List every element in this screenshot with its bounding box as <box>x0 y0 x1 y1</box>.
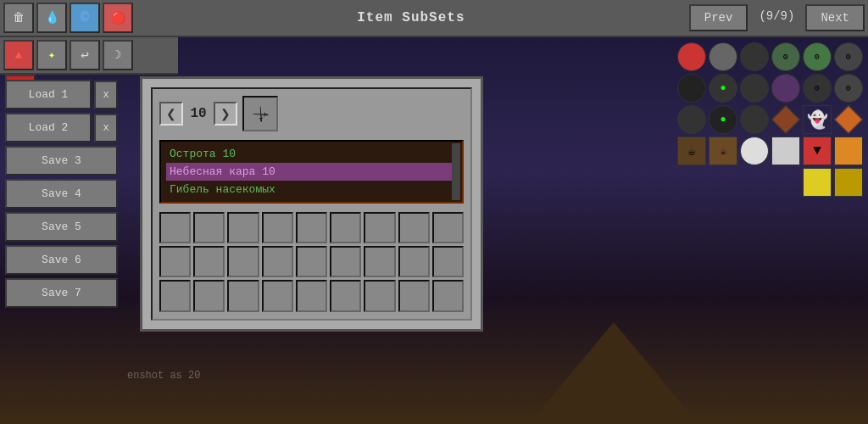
enchant-item-1[interactable]: Острота 10 <box>166 145 457 163</box>
grid-slot[interactable] <box>262 246 293 277</box>
grid-slot[interactable] <box>330 246 361 277</box>
item-slot[interactable]: ● <box>709 105 737 134</box>
grid-slot[interactable] <box>159 212 191 243</box>
grid-slot[interactable] <box>227 212 259 243</box>
item-slot[interactable]: ☕ <box>709 137 737 165</box>
load1-row: Load 1 x <box>5 80 118 109</box>
star-icon-btn[interactable] <box>36 40 67 70</box>
brown-diamond-slot[interactable] <box>771 105 800 134</box>
grid-slot[interactable] <box>262 212 293 243</box>
item-slot[interactable]: ⚙ <box>771 42 800 71</box>
right-item-panel: ⚙ ⚙ ⚙ ● ⚙ ⚙ ● 👻 ☕ ☕ ▼ <box>605 37 868 204</box>
grid-slot[interactable] <box>296 280 327 311</box>
grid-slot[interactable] <box>398 246 430 277</box>
top-toolbar: 🔴 Item SubSets Prev (9/9) Next <box>0 0 868 37</box>
save6-row: Save 6 <box>5 245 118 275</box>
grid-slot[interactable] <box>364 280 395 311</box>
item-slot[interactable] <box>677 105 706 134</box>
grid-slot[interactable] <box>364 212 395 243</box>
trash-icon-btn[interactable] <box>3 3 34 33</box>
item-slot[interactable] <box>709 42 737 71</box>
grid-slot[interactable] <box>398 280 430 311</box>
load1-x-button[interactable]: x <box>94 81 118 109</box>
item-row-5 <box>610 168 863 197</box>
item-slot[interactable]: ⚙ <box>803 42 832 71</box>
item-slot[interactable] <box>740 105 769 134</box>
dialog-title: Item SubSets <box>136 10 687 25</box>
load2-x-button[interactable]: x <box>94 114 118 142</box>
save3-button[interactable]: Save 3 <box>5 146 118 176</box>
save7-button[interactable]: Save 7 <box>5 278 118 308</box>
main-dialog: ❮ 10 ❯ ⚔ Острота 10 Небесная кара 10 Гиб… <box>140 76 483 332</box>
item-slot[interactable] <box>677 74 706 103</box>
item-grid <box>159 212 464 312</box>
enchantments-list[interactable]: Острота 10 Небесная кара 10 Гибель насек… <box>159 140 464 204</box>
save7-row: Save 7 <box>5 278 118 308</box>
white-slot[interactable] <box>771 137 800 165</box>
grid-slot[interactable] <box>432 212 464 243</box>
yellow-sq-slot-2[interactable] <box>834 168 863 197</box>
orange-diamond-slot[interactable] <box>834 105 863 134</box>
yellow-sq-slot-1[interactable] <box>803 168 832 197</box>
enchant-item-3[interactable]: Гибель насекомых <box>166 181 457 198</box>
drop-icon <box>45 10 59 25</box>
grid-slot[interactable] <box>364 246 395 277</box>
arrow-left-button[interactable]: ❮ <box>159 102 183 126</box>
copy-icon-btn[interactable] <box>70 3 100 33</box>
grid-slot[interactable] <box>193 246 225 277</box>
save6-button[interactable]: Save 6 <box>5 245 118 275</box>
flag-icon-btn[interactable] <box>3 40 34 70</box>
item-slot[interactable]: ☕ <box>677 137 706 165</box>
save4-button[interactable]: Save 4 <box>5 179 118 209</box>
grid-slot[interactable] <box>296 246 327 277</box>
navigation-controls: Prev (9/9) Next <box>689 4 865 31</box>
prev-button[interactable]: Prev <box>689 4 748 31</box>
save4-row: Save 4 <box>5 179 118 209</box>
load2-row: Load 2 x <box>5 113 118 142</box>
copy-icon <box>81 10 89 25</box>
item-preview-slot[interactable]: ⚔ <box>242 96 278 131</box>
item-slot[interactable] <box>677 42 706 71</box>
moon-icon-btn[interactable] <box>103 40 133 70</box>
ghost-slot[interactable]: 👻 <box>803 105 832 134</box>
grid-slot[interactable] <box>227 280 259 311</box>
grid-slot[interactable] <box>296 212 327 243</box>
enchant-scrollbar[interactable] <box>452 143 460 200</box>
grid-slot[interactable] <box>432 280 464 311</box>
grid-slot[interactable] <box>398 212 430 243</box>
red-cup-slot[interactable]: ▼ <box>803 137 832 165</box>
load2-button[interactable]: Load 2 <box>5 113 92 142</box>
grid-slot[interactable] <box>330 212 361 243</box>
left-panel: Load 1 x Load 2 x Save 3 Save 4 Save 5 S… <box>0 75 123 313</box>
grid-slot[interactable] <box>193 280 225 311</box>
item-slot[interactable] <box>740 42 769 71</box>
grid-slot[interactable] <box>159 280 191 311</box>
page-counter: (9/9) <box>750 4 803 31</box>
flag-icon <box>15 47 22 63</box>
grid-slot[interactable] <box>193 212 225 243</box>
drop-icon-btn[interactable] <box>36 3 67 33</box>
next-button[interactable]: Next <box>805 4 865 31</box>
item-slot[interactable]: ● <box>709 74 737 103</box>
grid-slot[interactable] <box>432 246 464 277</box>
grid-slot[interactable] <box>330 280 361 311</box>
item-slot[interactable]: ⚙ <box>834 74 863 103</box>
enchant-item-2[interactable]: Небесная кара 10 <box>166 163 457 181</box>
white-ball-slot[interactable] <box>740 137 769 165</box>
grid-slot[interactable] <box>159 246 191 277</box>
trash-icon <box>13 10 25 25</box>
save5-button[interactable]: Save 5 <box>5 212 118 242</box>
moon-icon <box>114 47 121 63</box>
item-slot[interactable] <box>740 74 769 103</box>
item-count: 10 <box>188 106 209 121</box>
arrow-right-button[interactable]: ❯ <box>214 102 237 126</box>
item-slot[interactable]: ⚙ <box>803 74 832 103</box>
grid-slot[interactable] <box>262 280 293 311</box>
item-slot[interactable] <box>771 74 800 103</box>
orange-slot[interactable] <box>834 137 863 165</box>
load1-button[interactable]: Load 1 <box>5 80 92 109</box>
magnet-icon-btn[interactable]: 🔴 <box>103 3 133 33</box>
grid-slot[interactable] <box>227 246 259 277</box>
curve-icon-btn[interactable] <box>70 40 100 70</box>
item-slot[interactable]: ⚙ <box>834 42 863 71</box>
